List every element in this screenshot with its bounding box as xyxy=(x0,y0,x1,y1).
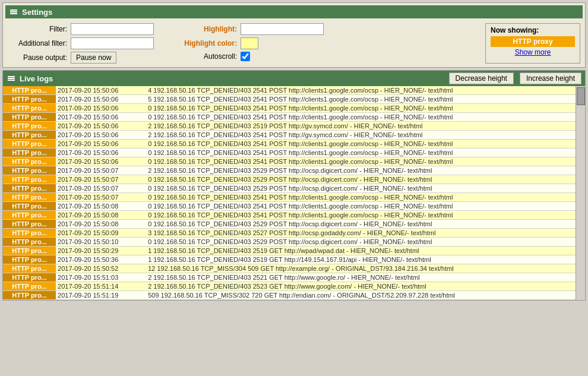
show-more-link[interactable]: Show more xyxy=(491,48,575,56)
table-row: HTTP pro...2017-09-20 15:51:19509 192.16… xyxy=(3,291,576,300)
filter-input[interactable] xyxy=(71,23,154,35)
svg-rect-2 xyxy=(10,13,17,14)
table-row: HTTP pro...2017-09-20 15:50:060 192.168.… xyxy=(3,140,576,148)
log-content: 1 192.168.50.16 TCP_DENIED/403 2519 GET … xyxy=(146,255,576,264)
log-content: 0 192.168.50.16 TCP_DENIED/403 2541 POST… xyxy=(146,148,576,157)
table-row: HTTP pro...2017-09-20 15:50:361 192.168.… xyxy=(3,255,576,264)
table-row: HTTP pro...2017-09-20 15:50:070 192.168.… xyxy=(3,193,576,202)
log-type: HTTP pro... xyxy=(3,202,56,211)
log-content: 0 192.168.50.16 TCP_DENIED/403 2529 POST… xyxy=(146,238,576,247)
scroll-thumb[interactable] xyxy=(577,87,585,105)
additional-filter-input[interactable] xyxy=(71,37,154,49)
table-row: HTTP pro...2017-09-20 15:50:080 192.168.… xyxy=(3,211,576,220)
log-type: HTTP pro... xyxy=(3,238,56,247)
log-content: 0 192.168.50.16 TCP_DENIED/403 2541 POST… xyxy=(146,140,576,148)
log-timestamp: 2017-09-20 15:50:07 xyxy=(56,166,146,175)
log-timestamp: 2017-09-20 15:50:09 xyxy=(56,229,146,238)
log-content: 1 192.168.50.16 TCP_DENIED/403 2519 GET … xyxy=(146,247,576,255)
now-showing-label: Now showing: xyxy=(491,26,575,34)
pause-label: Pause output: xyxy=(8,53,67,62)
log-type: HTTP pro... xyxy=(3,229,56,238)
live-logs-title: Live logs xyxy=(20,74,443,83)
log-type: HTTP pro... xyxy=(3,122,56,131)
log-type: HTTP pro... xyxy=(3,131,56,140)
log-timestamp: 2017-09-20 15:50:06 xyxy=(56,104,146,113)
settings-icon xyxy=(9,7,18,17)
settings-title: Settings xyxy=(22,8,52,17)
log-type: HTTP pro... xyxy=(3,175,56,184)
log-type: HTTP pro... xyxy=(3,157,56,166)
log-timestamp: 2017-09-20 15:50:07 xyxy=(56,184,146,193)
log-timestamp: 2017-09-20 15:50:07 xyxy=(56,175,146,184)
highlight-color-label: Highlight color: xyxy=(172,39,237,48)
increase-height-button[interactable]: Increase height xyxy=(520,72,581,84)
log-timestamp: 2017-09-20 15:50:36 xyxy=(56,255,146,264)
log-type: HTTP pro... xyxy=(3,220,56,229)
log-content: 2 192.168.50.16 TCP_DENIED/403 2541 POST… xyxy=(146,131,576,140)
log-content: 0 192.168.50.16 TCP_DENIED/403 2541 POST… xyxy=(146,202,576,211)
log-timestamp: 2017-09-20 15:50:08 xyxy=(56,211,146,220)
live-logs-title-bar: Live logs Decrease height Increase heigh… xyxy=(3,71,585,86)
log-type: HTTP pro... xyxy=(3,273,56,282)
filter-label: Filter: xyxy=(8,25,67,33)
log-type: HTTP pro... xyxy=(3,193,56,202)
log-timestamp: 2017-09-20 15:51:14 xyxy=(56,282,146,291)
log-type: HTTP pro... xyxy=(3,140,56,148)
decrease-height-button[interactable]: Decrease height xyxy=(449,72,514,84)
log-timestamp: 2017-09-20 15:50:08 xyxy=(56,202,146,211)
log-timestamp: 2017-09-20 15:50:06 xyxy=(56,86,146,95)
table-row: HTTP pro...2017-09-20 15:50:080 192.168.… xyxy=(3,202,576,211)
table-row: HTTP pro...2017-09-20 15:50:5212 192.168… xyxy=(3,264,576,273)
log-content: 2 192.168.50.16 TCP_DENIED/403 2521 GET … xyxy=(146,273,576,282)
log-type: HTTP pro... xyxy=(3,113,56,122)
log-timestamp: 2017-09-20 15:50:06 xyxy=(56,113,146,122)
log-timestamp: 2017-09-20 15:50:06 xyxy=(56,95,146,104)
table-row: HTTP pro...2017-09-20 15:50:060 192.168.… xyxy=(3,104,576,113)
pause-button[interactable]: Pause now xyxy=(71,52,116,64)
settings-title-bar: Settings xyxy=(5,5,583,18)
table-row: HTTP pro...2017-09-20 15:50:062 192.168.… xyxy=(3,122,576,131)
table-row: HTTP pro...2017-09-20 15:50:060 192.168.… xyxy=(3,148,576,157)
table-row: HTTP pro...2017-09-20 15:50:080 192.168.… xyxy=(3,220,576,229)
log-content: 12 192.168.50.16 TCP_MISS/304 509 GET ht… xyxy=(146,264,576,273)
table-row: HTTP pro...2017-09-20 15:51:142 192.168.… xyxy=(3,282,576,291)
log-type: HTTP pro... xyxy=(3,291,56,300)
log-timestamp: 2017-09-20 15:51:03 xyxy=(56,273,146,282)
log-content: 0 192.168.50.16 TCP_DENIED/403 2529 POST… xyxy=(146,175,576,184)
log-content: 3 192.168.50.16 TCP_DENIED/403 2527 POST… xyxy=(146,229,576,238)
log-type: HTTP pro... xyxy=(3,104,56,113)
table-row: HTTP pro...2017-09-20 15:50:070 192.168.… xyxy=(3,184,576,193)
log-type: HTTP pro... xyxy=(3,184,56,193)
log-type: HTTP pro... xyxy=(3,282,56,291)
log-content: 0 192.168.50.16 TCP_DENIED/403 2541 POST… xyxy=(146,104,576,113)
svg-rect-4 xyxy=(8,78,15,79)
log-type: HTTP pro... xyxy=(3,166,56,175)
scrollbar[interactable] xyxy=(576,86,585,300)
log-timestamp: 2017-09-20 15:50:06 xyxy=(56,157,146,166)
live-logs-panel: Live logs Decrease height Increase heigh… xyxy=(2,70,586,301)
log-type: HTTP pro... xyxy=(3,247,56,255)
svg-rect-3 xyxy=(8,76,15,77)
log-type: HTTP pro... xyxy=(3,264,56,273)
log-type: HTTP pro... xyxy=(3,255,56,264)
table-row: HTTP pro...2017-09-20 15:50:065 192.168.… xyxy=(3,95,576,104)
table-row: HTTP pro...2017-09-20 15:50:100 192.168.… xyxy=(3,238,576,247)
highlight-label: Highlight: xyxy=(172,25,237,33)
log-content: 5 192.168.50.16 TCP_DENIED/403 2541 POST… xyxy=(146,95,576,104)
autoscroll-label: Autoscroll: xyxy=(172,52,237,61)
table-row: HTTP pro...2017-09-20 15:50:062 192.168.… xyxy=(3,131,576,140)
log-timestamp: 2017-09-20 15:51:19 xyxy=(56,291,146,300)
log-content: 0 192.168.50.16 TCP_DENIED/403 2541 POST… xyxy=(146,113,576,122)
log-timestamp: 2017-09-20 15:50:10 xyxy=(56,238,146,247)
table-row: HTTP pro...2017-09-20 15:50:064 192.168.… xyxy=(3,86,576,95)
log-content: 4 192.168.50.16 TCP_DENIED/403 2541 POST… xyxy=(146,86,576,95)
table-row: HTTP pro...2017-09-20 15:51:032 192.168.… xyxy=(3,273,576,282)
highlight-input[interactable] xyxy=(241,23,324,35)
log-content: 509 192.168.50.16 TCP_MISS/302 720 GET h… xyxy=(146,291,576,300)
table-row: HTTP pro...2017-09-20 15:50:070 192.168.… xyxy=(3,175,576,184)
table-row: HTTP pro...2017-09-20 15:50:060 192.168.… xyxy=(3,157,576,166)
autoscroll-checkbox[interactable] xyxy=(241,52,250,61)
log-timestamp: 2017-09-20 15:50:52 xyxy=(56,264,146,273)
additional-filter-label: Additional filter: xyxy=(8,39,67,48)
log-timestamp: 2017-09-20 15:50:06 xyxy=(56,140,146,148)
